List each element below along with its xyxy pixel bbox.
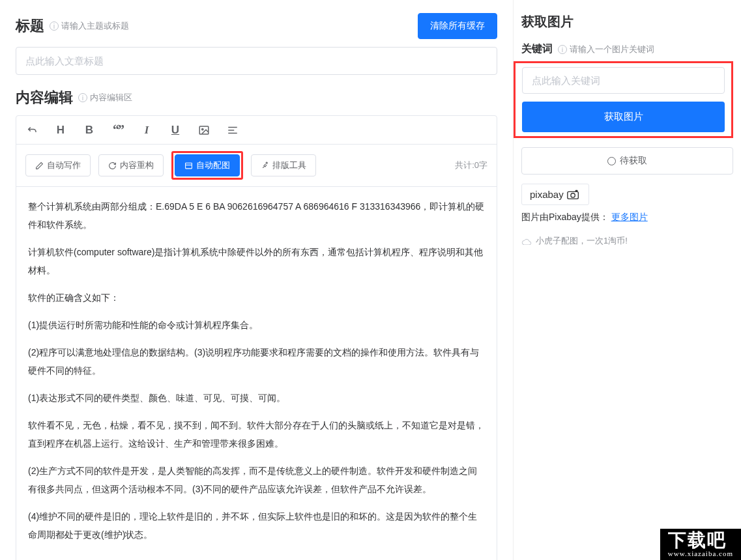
paragraph: 整个计算机系统由两部分组成：E.69DA 5 E 6 BA 9062616964… (28, 197, 485, 234)
refresh-icon (108, 161, 117, 170)
paragraph: (2)生产方式不同的软件是开发，是人类智能的高发挥，而不是传统意义上的硬件制造。… (28, 462, 485, 498)
watermark: 下载吧 www.xiazaiba.com (660, 529, 741, 560)
content-edit-label: 内容编辑 (16, 88, 73, 107)
heading-icon[interactable]: H (54, 124, 67, 137)
align-icon[interactable] (226, 124, 239, 136)
quote-icon[interactable]: “” (111, 122, 124, 137)
paragraph: (4)维护不同的硬件是旧的，理论上软件是旧的，并不坏，但实际上软件也是旧的和坏的… (28, 507, 485, 544)
auto-image-button[interactable]: 自动配图 (175, 154, 240, 176)
content-hint: i 内容编辑区 (78, 92, 132, 104)
svg-point-1 (202, 128, 203, 130)
svg-rect-5 (186, 163, 192, 169)
svg-rect-10 (575, 189, 577, 191)
undo-icon[interactable] (25, 124, 38, 136)
cloud-icon (521, 237, 532, 245)
sidebar-title: 获取图片 (514, 13, 733, 31)
camera-icon (566, 189, 581, 200)
info-icon: i (558, 45, 567, 54)
layout-tool-button[interactable]: 排版工具 (251, 154, 316, 176)
tools-icon (261, 161, 269, 170)
paragraph: 软件的正确含义如下： (28, 288, 485, 307)
more-images-link[interactable]: 更多图片 (611, 212, 648, 222)
paragraph: 计算机软件(computer software)是指计算机系统中除硬件以外的所有… (28, 243, 485, 279)
clear-cache-button[interactable]: 清除所有缓存 (418, 13, 497, 39)
keyword-label: 关键词 (521, 42, 553, 56)
title-header: 标题 i 请输入主题或标题 清除所有缓存 (16, 13, 497, 39)
underline-icon[interactable]: U (169, 124, 182, 137)
pixabay-badge: pixabay (521, 184, 589, 205)
circle-icon (607, 157, 616, 165)
action-toolbar: 自动写作 内容重构 自动配图 排版工具 (16, 145, 497, 187)
pencil-icon (35, 161, 44, 170)
get-image-button[interactable]: 获取图片 (522, 102, 725, 132)
content-rebuild-button[interactable]: 内容重构 (98, 154, 164, 176)
svg-point-7 (266, 162, 267, 163)
paragraph: (1)提供运行时所需功能和性能的命令或计算机程序集合。 (28, 316, 485, 334)
image-icon[interactable] (197, 124, 211, 136)
paragraph: (1)表达形式不同的硬件类型、颜色、味道、可见、可摸、可闻。 (28, 389, 485, 407)
coin-note: 小虎子配图，一次1淘币! (514, 235, 733, 247)
title-label: 标题 (16, 16, 44, 36)
format-toolbar: H B “” I U (16, 116, 497, 145)
paragraph: (2)程序可以满意地处理信息的数据结构。(3)说明程序功能要求和程序需要的文档的… (28, 343, 485, 380)
bold-icon[interactable]: B (83, 124, 96, 137)
provider-text: 图片由Pixabay提供： 更多图片 (514, 212, 733, 223)
info-icon: i (50, 21, 59, 31)
auto-write-button[interactable]: 自动写作 (25, 154, 91, 176)
editor-container: H B “” I U 自动写作 内容重构 (16, 115, 497, 560)
keyword-hint: i 请输入一个图片关键词 (558, 44, 654, 55)
word-counter: 共计:0字 (455, 160, 487, 171)
article-title-input[interactable] (16, 47, 497, 75)
content-header: 内容编辑 i 内容编辑区 (16, 88, 497, 107)
image-layout-icon (184, 161, 193, 170)
auto-image-highlight: 自动配图 (171, 151, 243, 180)
paragraph: 软件看不见，无色，枯燥，看不见，摸不到，闻不到。软件大部分存在于人们的头脑或纸上… (28, 416, 485, 453)
editor-content[interactable]: 整个计算机系统由两部分组成：E.69DA 5 E 6 BA 9062616964… (16, 187, 497, 560)
keyword-input[interactable] (522, 67, 725, 94)
svg-point-9 (571, 193, 575, 197)
keyword-highlight-box: 获取图片 (514, 61, 733, 138)
italic-icon[interactable]: I (140, 124, 153, 137)
info-icon: i (78, 93, 87, 102)
pending-button[interactable]: 待获取 (521, 147, 733, 175)
keyword-header: 关键词 i 请输入一个图片关键词 (514, 42, 733, 56)
title-hint: i 请输入主题或标题 (50, 20, 129, 32)
